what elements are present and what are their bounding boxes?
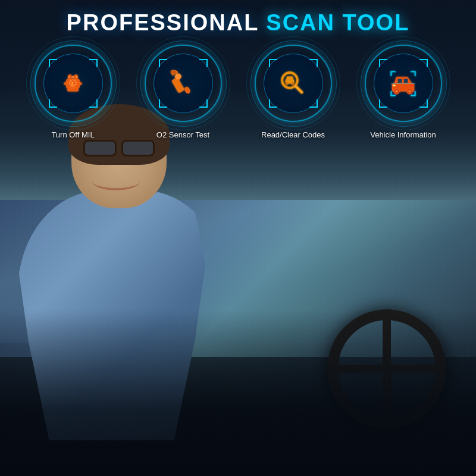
inner-circle-vehicle — [374, 54, 433, 113]
inner-circle-o2 — [154, 54, 213, 113]
svg-point-3 — [68, 76, 70, 78]
hud-corner-tl-vehicle — [379, 59, 387, 67]
svg-rect-7 — [67, 87, 78, 91]
title-part1: PROFESSIONAL — [67, 10, 267, 35]
icon-circle-vehicle — [365, 45, 442, 122]
icon-item-codes: Read/Clear Codes — [246, 45, 341, 140]
o2-label: O2 Sensor Test — [156, 130, 209, 140]
svg-point-25 — [409, 90, 411, 92]
vehicle-info-icon — [387, 67, 419, 100]
icon-circle-mil — [35, 45, 112, 122]
hud-corner-bl-mil — [49, 99, 57, 108]
main-title: PROFESSIONAL SCAN TOOL — [0, 11, 476, 36]
glasses — [80, 140, 158, 155]
svg-point-24 — [396, 90, 398, 92]
vehicle-label: Vehicle Information — [370, 130, 436, 140]
icon-item-o2: O2 Sensor Test — [136, 45, 231, 140]
svg-rect-21 — [403, 79, 408, 83]
svg-point-5 — [76, 76, 78, 78]
icon-circle-o2 — [145, 45, 222, 122]
icon-item-vehicle: Vehicle Information — [356, 45, 451, 140]
icon-item-mil: Turn Off MIL — [26, 45, 121, 140]
inner-circle-codes — [264, 54, 323, 113]
hud-corner-br-mil — [89, 99, 98, 108]
smile — [92, 173, 140, 190]
svg-rect-20 — [397, 79, 402, 83]
main-container: PROFESSIONAL SCAN TOOL — [0, 0, 476, 476]
hud-corner-tr-o2 — [199, 59, 208, 67]
inner-circle-mil — [43, 54, 103, 113]
title-section: PROFESSIONAL SCAN TOOL — [0, 0, 476, 36]
title-part2: SCAN TOOL — [266, 10, 409, 35]
svg-rect-27 — [411, 84, 414, 86]
hud-corner-tr-vehicle — [419, 59, 428, 67]
mil-label: Turn Off MIL — [51, 130, 94, 140]
icon-circle-codes — [255, 45, 332, 122]
svg-rect-11 — [171, 70, 176, 74]
codes-label: Read/Clear Codes — [261, 130, 325, 140]
hud-corner-bl-vehicle — [379, 99, 387, 108]
hud-corner-bl-o2 — [159, 99, 167, 108]
svg-point-4 — [72, 76, 74, 78]
hud-corner-tl-codes — [269, 59, 277, 67]
hud-corner-tr-codes — [309, 59, 318, 67]
hud-corner-br-o2 — [199, 99, 208, 108]
hud-corner-br-vehicle — [419, 99, 428, 108]
engine-icon — [57, 67, 89, 100]
bottom-vignette — [0, 309, 476, 476]
svg-rect-26 — [393, 84, 396, 86]
hud-corner-tr-mil — [89, 59, 98, 67]
hud-corner-tl-mil — [49, 59, 57, 67]
hud-corner-br-codes — [309, 99, 318, 108]
icons-row: Turn Off MIL — [0, 45, 476, 140]
svg-point-10 — [184, 86, 191, 93]
svg-rect-14 — [287, 76, 293, 80]
svg-rect-8 — [172, 77, 184, 93]
hud-corner-bl-codes — [269, 99, 277, 108]
svg-point-16 — [291, 82, 294, 85]
read-clear-icon — [277, 67, 309, 100]
o2-sensor-icon — [167, 67, 199, 100]
svg-line-18 — [295, 86, 302, 92]
hud-corner-tl-o2 — [159, 59, 167, 67]
svg-point-15 — [286, 82, 289, 85]
